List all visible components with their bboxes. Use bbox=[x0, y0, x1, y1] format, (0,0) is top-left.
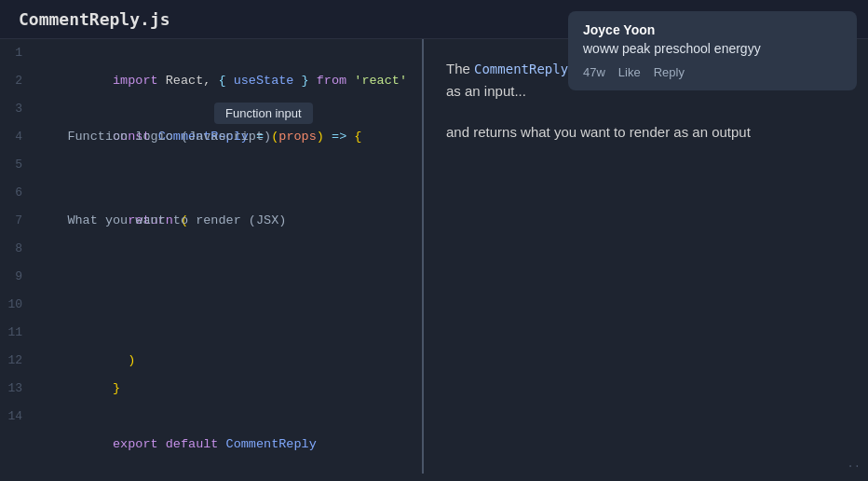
code-line-9: 9 bbox=[0, 263, 422, 291]
line-num-14: 14 bbox=[0, 403, 37, 431]
para1-prefix: The bbox=[446, 61, 474, 76]
code-text-2 bbox=[37, 67, 45, 95]
corner-dots: ·· bbox=[848, 460, 861, 474]
code-content: 1 import React, { useState } from 'react… bbox=[0, 39, 422, 431]
comment-time: 47w bbox=[583, 65, 605, 79]
code-line-11: 11 ) bbox=[0, 319, 422, 347]
line-num-5: 5 bbox=[0, 151, 37, 179]
main-layout: 1 import React, { useState } from 'react… bbox=[0, 39, 868, 474]
code-text-14: export default CommentReply bbox=[37, 403, 317, 481]
explanation-panel: The CommentReply component is a function… bbox=[424, 39, 868, 474]
line-num-12: 12 bbox=[0, 347, 37, 375]
code-text-5 bbox=[37, 151, 45, 179]
line-num-4: 4 bbox=[0, 123, 37, 151]
line-num-8: 8 bbox=[0, 235, 37, 263]
line-num-2: 2 bbox=[0, 67, 37, 95]
code-line-1: 1 import React, { useState } from 'react… bbox=[0, 39, 422, 67]
line-num-1: 1 bbox=[0, 39, 37, 67]
line-num-13: 13 bbox=[0, 375, 37, 403]
like-button[interactable]: Like bbox=[618, 65, 641, 79]
line-num-11: 11 bbox=[0, 319, 37, 347]
code-line-3: 3 const CommentReply = (props) => { bbox=[0, 95, 422, 123]
comment-actions: 47w Like Reply bbox=[583, 65, 842, 79]
code-line-7: 7 What you want to render (JSX) bbox=[0, 207, 422, 235]
para1-code: CommentReply bbox=[474, 62, 568, 76]
code-line-10: 10 bbox=[0, 291, 422, 319]
code-line-6: 6 return ( bbox=[0, 179, 422, 207]
code-panel: 1 import React, { useState } from 'react… bbox=[0, 39, 424, 474]
code-line-12: 12 } bbox=[0, 347, 422, 375]
line-num-6: 6 bbox=[0, 179, 37, 207]
code-text-4: Function logic (Javascript) bbox=[37, 123, 271, 151]
code-line-14: 14 export default CommentReply bbox=[0, 403, 422, 431]
comment-author: Joyce Yoon bbox=[583, 22, 842, 37]
file-title: CommentReply.js bbox=[19, 9, 170, 29]
code-text-7: What you want to render (JSX) bbox=[37, 207, 286, 235]
line-num-9: 9 bbox=[0, 263, 37, 291]
explanation-para2: and returns what you want to render as a… bbox=[446, 121, 846, 144]
reply-button[interactable]: Reply bbox=[654, 65, 685, 79]
comment-card: Joyce Yoon woww peak preschool energyy 4… bbox=[568, 11, 857, 90]
line-num-10: 10 bbox=[0, 291, 37, 319]
line-num-7: 7 bbox=[0, 207, 37, 235]
comment-body: woww peak preschool energyy bbox=[583, 41, 842, 56]
line-num-3: 3 bbox=[0, 95, 37, 123]
